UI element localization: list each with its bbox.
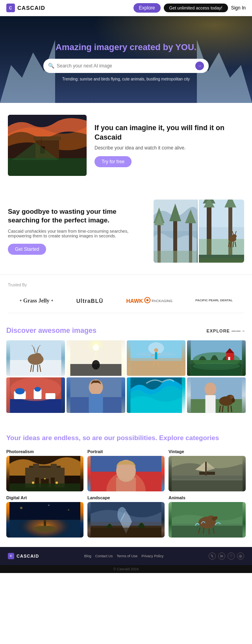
svg-point-126 bbox=[68, 509, 69, 511]
logo: C CASCAID bbox=[6, 4, 45, 12]
search-button[interactable]: → bbox=[195, 62, 204, 70]
discover-title: Discover awesome images bbox=[6, 327, 96, 335]
discover-img-santorini bbox=[6, 377, 65, 413]
svg-rect-116 bbox=[172, 480, 243, 491]
logo-text: CASCAID bbox=[17, 5, 45, 11]
hero-title: Amazing imagery created by YOU. bbox=[8, 42, 244, 52]
instagram-icon[interactable]: ◎ bbox=[237, 553, 244, 560]
search-arrow: → bbox=[198, 63, 202, 68]
imagine-heading: If you can imagine it, you will find it … bbox=[94, 123, 244, 142]
cat-img-portrait bbox=[87, 456, 165, 491]
category-item-landscape[interactable]: Landscape bbox=[87, 495, 165, 538]
cat-img-photorealism bbox=[6, 456, 83, 491]
svg-rect-75 bbox=[89, 394, 103, 413]
forest-svg-right bbox=[199, 200, 244, 255]
brand-grass-jelly-text: Grass Jelly bbox=[23, 298, 50, 304]
discover-img-norway bbox=[187, 340, 246, 376]
santorini-svg bbox=[6, 377, 65, 413]
svg-rect-113 bbox=[205, 462, 207, 476]
discover-grid-row2 bbox=[6, 377, 246, 413]
trusted-label: Trusted By bbox=[8, 283, 244, 287]
brand-ultrablu-text: UltraBLŪ bbox=[76, 298, 104, 304]
cat-img-digital-art bbox=[6, 502, 83, 538]
footer-link-terms[interactable]: Terms of Use bbox=[117, 554, 137, 558]
goodbye-section: Say goodbye to wasting your time searchi… bbox=[0, 188, 252, 274]
animals-svg bbox=[169, 502, 246, 538]
category-item-vintage[interactable]: Vintage bbox=[169, 449, 246, 491]
svg-rect-100 bbox=[9, 483, 80, 491]
svg-point-19 bbox=[232, 234, 237, 238]
forest-image-left bbox=[154, 200, 198, 263]
svg-point-136 bbox=[215, 516, 217, 519]
discover-header: Discover awesome images EXPLORE ——→ bbox=[6, 327, 246, 335]
footer-logo: C CASCAID bbox=[8, 553, 39, 559]
svg-rect-130 bbox=[91, 528, 161, 538]
footer-links: Blog Contact Us Terms of Use Privacy Pol… bbox=[84, 554, 164, 558]
search-icon: 🔍 bbox=[48, 63, 54, 69]
svg-point-123 bbox=[33, 526, 57, 532]
cat-label-landscape: Landscape bbox=[87, 495, 165, 500]
discover-img-beach bbox=[127, 340, 185, 376]
linkedin-icon[interactable]: in bbox=[218, 553, 225, 560]
svg-rect-71 bbox=[46, 393, 56, 399]
svg-point-101 bbox=[32, 482, 34, 484]
category-item-portrait[interactable]: Portrait bbox=[87, 449, 165, 491]
logo-icon: C bbox=[6, 4, 15, 12]
hero-title-plain: Amazing imagery created by bbox=[56, 42, 175, 52]
explore-button[interactable]: Explore bbox=[133, 3, 161, 13]
twitter-icon[interactable]: 𝕏 bbox=[209, 553, 216, 560]
svg-rect-81 bbox=[206, 395, 216, 413]
svg-point-103 bbox=[44, 478, 46, 480]
goodbye-text: Say goodbye to wasting your time searchi… bbox=[8, 207, 146, 255]
category-item-digital-art[interactable]: Digital Art bbox=[6, 495, 83, 538]
svg-rect-109 bbox=[116, 478, 136, 491]
footer-link-blog[interactable]: Blog bbox=[84, 554, 91, 558]
vintage-svg bbox=[169, 456, 246, 491]
footer-bottom: © Cascaid 2024 bbox=[0, 565, 252, 573]
svg-rect-3 bbox=[33, 136, 61, 140]
brands-row: ✦ Grass Jelly ✦ UltraBLŪ HAWK ⦿ PACKAGIN… bbox=[8, 293, 244, 313]
signin-button[interactable]: Sign In bbox=[231, 5, 246, 11]
footer-link-privacy[interactable]: Privacy Policy bbox=[141, 554, 163, 558]
imagine-section: If you can imagine it, you will find it … bbox=[0, 103, 252, 188]
goodbye-images bbox=[154, 200, 244, 263]
svg-rect-60 bbox=[228, 357, 230, 360]
footer-logo-icon: C bbox=[8, 553, 14, 559]
svg-rect-12 bbox=[154, 251, 197, 263]
svg-point-68 bbox=[15, 388, 25, 394]
hero-trending: Trending: sunrise and birds flying, cute… bbox=[8, 77, 244, 81]
hero-content: Amazing imagery created by YOU. 🔍 → Tren… bbox=[8, 42, 244, 81]
svg-line-22 bbox=[233, 242, 233, 247]
try-free-button[interactable]: Try for free bbox=[94, 156, 132, 167]
navbar: C CASCAID Explore Get unlimited access t… bbox=[0, 0, 252, 16]
svg-rect-112 bbox=[199, 472, 215, 475]
search-input[interactable] bbox=[57, 63, 195, 69]
svg-point-82 bbox=[207, 384, 215, 392]
svg-rect-124 bbox=[9, 502, 80, 520]
unlimited-button[interactable]: Get unlimited access today! bbox=[164, 4, 228, 12]
explore-link[interactable]: EXPLORE ——→ bbox=[206, 329, 246, 333]
svg-point-125 bbox=[20, 507, 22, 509]
heart-icon[interactable]: ♡ bbox=[228, 553, 235, 560]
hawk-logo-circle: ⦿ bbox=[144, 297, 151, 305]
categories-title-accent: categories bbox=[185, 434, 219, 442]
category-item-animals[interactable]: Animals bbox=[169, 495, 246, 538]
hero-title-accent: YOU. bbox=[175, 42, 196, 52]
svg-point-127 bbox=[48, 504, 50, 506]
discover-title-suffix: images bbox=[70, 327, 96, 334]
category-item-photorealism[interactable]: Photorealism bbox=[6, 449, 83, 491]
brand-pacific: PACIFIC PEARL DENTAL bbox=[195, 299, 233, 302]
cat-label-digital-art: Digital Art bbox=[6, 495, 83, 500]
footer-socials: 𝕏 in ♡ ◎ bbox=[209, 553, 244, 560]
get-started-button[interactable]: Get Started bbox=[8, 244, 46, 255]
discover-img-wave bbox=[127, 377, 185, 413]
brand-packaging: PACKAGING bbox=[152, 299, 172, 303]
copyright-text: © Cascaid 2024 bbox=[113, 567, 139, 571]
navbar-right: Explore Get unlimited access today! Sign… bbox=[133, 3, 246, 13]
light-svg bbox=[67, 340, 125, 376]
svg-point-62 bbox=[193, 362, 240, 370]
footer-link-contact[interactable]: Contact Us bbox=[95, 554, 113, 558]
brand-hawk: HAWK ⦿ PACKAGING bbox=[126, 297, 172, 305]
discover-img-woman-dog bbox=[187, 377, 246, 413]
svg-point-90 bbox=[232, 398, 235, 403]
